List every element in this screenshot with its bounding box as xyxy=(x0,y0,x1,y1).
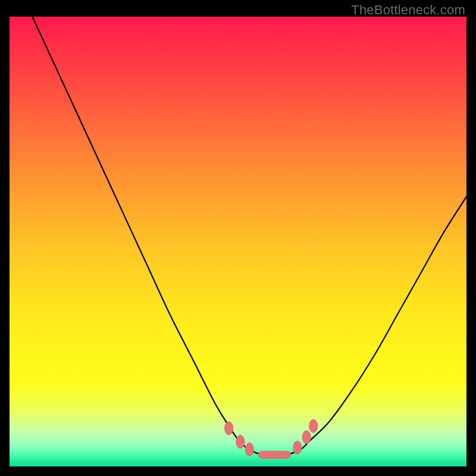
curve-right-arm xyxy=(293,196,466,453)
valley-floor-bar xyxy=(259,451,291,458)
chart-plot-area xyxy=(10,17,466,466)
valley-marker-dot xyxy=(309,419,318,433)
valley-marker-dot xyxy=(225,422,233,435)
curve-left-arm xyxy=(32,17,256,453)
valley-marker-dot xyxy=(245,443,253,456)
chart-svg xyxy=(10,17,466,466)
valley-marker-dot xyxy=(302,431,311,444)
valley-marker-dot xyxy=(293,441,302,454)
valley-marker-dot xyxy=(236,435,245,448)
watermark-text: TheBottleneck.com xyxy=(351,2,465,18)
valley-markers xyxy=(225,419,318,458)
